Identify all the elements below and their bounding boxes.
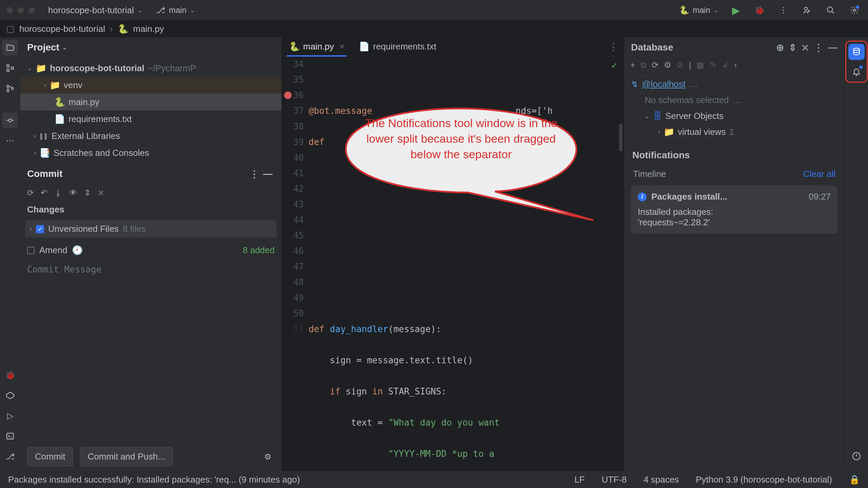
commit-settings-icon[interactable]: ⚙ bbox=[261, 450, 275, 464]
services-tool-button[interactable] bbox=[2, 388, 18, 403]
collapse-icon[interactable]: ⤫ bbox=[98, 188, 104, 198]
commit-options-icon[interactable]: ⋮ bbox=[248, 167, 261, 181]
database-title: Database bbox=[631, 42, 673, 53]
expand-icon[interactable]: ⇕ bbox=[84, 188, 91, 198]
add-icon[interactable]: + bbox=[630, 60, 635, 70]
expand-icon[interactable]: ⇕ bbox=[789, 42, 796, 53]
vcs-tool-button[interactable] bbox=[2, 81, 18, 96]
file-icon: 📄 bbox=[54, 114, 65, 124]
window-controls[interactable] bbox=[7, 7, 35, 13]
tree-main-py[interactable]: 🐍 main.py bbox=[20, 94, 281, 110]
scrollbar[interactable] bbox=[619, 124, 623, 151]
code-with-me-icon[interactable] bbox=[800, 3, 814, 17]
breadcrumb-file[interactable]: main.py bbox=[133, 24, 164, 34]
tabs-more-icon[interactable]: ⋮ bbox=[608, 41, 618, 53]
python-icon: 🐍 bbox=[54, 97, 65, 107]
jump-icon[interactable]: ↲ bbox=[722, 60, 729, 70]
indent[interactable]: 4 spaces bbox=[644, 474, 679, 485]
settings-icon[interactable]: ⚙ bbox=[664, 60, 671, 70]
interpreter[interactable]: Python 3.9 (horoscope-bot-tutorial) bbox=[696, 474, 832, 485]
project-selector[interactable]: horoscope-bot-tutorial ⌄ bbox=[48, 5, 142, 16]
commit-message-input[interactable]: Commit Message bbox=[20, 260, 281, 442]
problems-tool-button[interactable] bbox=[848, 448, 865, 464]
tab-requirements[interactable]: 📄 requirements.txt bbox=[357, 38, 438, 55]
inspection-ok-icon[interactable]: ✓ bbox=[611, 58, 617, 73]
diff-icon[interactable]: 👁 bbox=[69, 188, 77, 198]
db-host-row[interactable]: ↯ @localhost … bbox=[631, 76, 837, 92]
checkbox-checked-icon[interactable]: ✓ bbox=[36, 225, 44, 233]
svg-point-7 bbox=[7, 89, 9, 92]
db-host[interactable]: @localhost bbox=[642, 79, 686, 89]
encoding[interactable]: UTF-8 bbox=[601, 474, 627, 485]
tree-venv[interactable]: ›📁 venv bbox=[20, 77, 281, 94]
commit-button[interactable]: Commit bbox=[27, 447, 73, 466]
tree-requirements[interactable]: 📄 requirements.txt bbox=[20, 110, 281, 127]
tree-scratches[interactable]: ›📑 Scratches and Consoles bbox=[20, 144, 281, 161]
chevron-right-icon[interactable]: › bbox=[734, 60, 737, 70]
tree-external-libs[interactable]: ›⫿⫿ External Libraries bbox=[20, 127, 281, 144]
chevron-down-icon[interactable]: ⌄ bbox=[62, 44, 67, 51]
table-icon[interactable]: ▦ bbox=[696, 60, 704, 70]
debug-tool-button[interactable]: 🐞 bbox=[2, 367, 18, 383]
db-no-schemas[interactable]: No schemas selected … bbox=[631, 92, 837, 108]
lock-icon[interactable]: 🔒 bbox=[849, 474, 860, 485]
database-toolbar: + ⧉ ⟳ ⚙ ⊘ | ▦ ✎ ↲ › bbox=[624, 58, 844, 73]
more-menu[interactable]: ⋮ bbox=[776, 3, 790, 17]
shelf-icon[interactable]: ⭳ bbox=[54, 188, 62, 198]
database-tool-button[interactable] bbox=[848, 44, 865, 60]
clear-all-button[interactable]: Clear all bbox=[803, 169, 835, 179]
commit-push-button[interactable]: Commit and Push... bbox=[80, 447, 173, 466]
tab-label: requirements.txt bbox=[373, 41, 436, 52]
stop-icon[interactable]: ⊘ bbox=[677, 60, 684, 70]
breadcrumb-root[interactable]: horoscope-bot-tutorial bbox=[19, 24, 105, 34]
run-config-selector[interactable]: 🐍 main ⌄ bbox=[679, 5, 719, 15]
editor-tabs: 🐍 main.py × 📄 requirements.txt ⋮ bbox=[281, 37, 624, 56]
debug-button[interactable]: 🐞 bbox=[753, 3, 766, 17]
gutter[interactable]: 343536373839404142434445464748495051 bbox=[281, 56, 309, 471]
database-tree[interactable]: ↯ @localhost … No schemas selected … ⌄🗄 … bbox=[624, 73, 844, 143]
module-icon: ▢ bbox=[6, 24, 15, 34]
titlebar: horoscope-bot-tutorial ⌄ ⎇ main ⌄ 🐍 main… bbox=[0, 0, 868, 20]
unversioned-row[interactable]: › ✓ Unversioned Files 8 files bbox=[25, 220, 277, 238]
tab-main-py[interactable]: 🐍 main.py × bbox=[287, 38, 347, 55]
terminal-tool-button[interactable] bbox=[2, 428, 18, 444]
minimize-icon[interactable]: — bbox=[261, 167, 275, 181]
amend-checkbox[interactable] bbox=[27, 247, 35, 254]
run-button[interactable]: ▶ bbox=[729, 3, 743, 17]
refresh-icon[interactable]: ⟳ bbox=[652, 60, 658, 70]
search-icon[interactable] bbox=[824, 3, 837, 17]
db-server-objects[interactable]: ⌄🗄 Server Objects bbox=[631, 108, 837, 124]
run-tool-button[interactable]: ▷ bbox=[2, 408, 18, 424]
file-icon: 📄 bbox=[359, 41, 370, 52]
branch-name: main bbox=[169, 5, 186, 15]
more-icon[interactable]: ⋮ bbox=[814, 42, 823, 53]
breakpoint-icon[interactable] bbox=[284, 92, 292, 99]
more-tools-button[interactable]: ⋯ bbox=[2, 133, 18, 148]
notifications-tool-button[interactable] bbox=[848, 63, 865, 80]
status-message[interactable]: Packages installed successfully: Install… bbox=[8, 474, 300, 485]
project-tree[interactable]: ⌄📁 horoscope-bot-tutorial ~/PycharmP ›📁 … bbox=[20, 58, 281, 163]
rollback-icon[interactable]: ↶ bbox=[41, 188, 47, 198]
notifications-title: Notifications bbox=[624, 143, 844, 167]
edit-icon[interactable]: ✎ bbox=[710, 60, 716, 70]
structure-tool-button[interactable] bbox=[2, 60, 18, 76]
close-icon[interactable]: × bbox=[339, 41, 344, 52]
notification-card[interactable]: i Packages install... 09:27 Installed pa… bbox=[631, 185, 837, 234]
git-tool-button[interactable]: ⎇ bbox=[2, 449, 18, 464]
hide-icon[interactable]: ⤫ bbox=[801, 42, 809, 53]
added-count: 8 added bbox=[243, 245, 275, 256]
tree-root[interactable]: ⌄📁 horoscope-bot-tutorial ~/PycharmP bbox=[20, 60, 281, 77]
commit-toolbar: ⟳ ↶ ⭳ 👁 ⇕ ⤫ bbox=[20, 184, 281, 202]
project-tool-button[interactable] bbox=[2, 40, 18, 56]
commit-tool-button[interactable] bbox=[2, 113, 18, 128]
settings-icon[interactable] bbox=[848, 3, 861, 17]
history-icon[interactable]: 🕘 bbox=[72, 245, 83, 256]
db-virtual-views[interactable]: ›📁 virtual views 1 bbox=[631, 124, 837, 140]
refresh-icon[interactable]: ⟳ bbox=[27, 188, 34, 198]
target-icon[interactable]: ⊕ bbox=[776, 42, 784, 53]
branch-selector[interactable]: ⎇ main ⌄ bbox=[156, 5, 195, 15]
minimize-icon[interactable]: — bbox=[828, 42, 837, 53]
tab-label: main.py bbox=[303, 41, 334, 52]
duplicate-icon[interactable]: ⧉ bbox=[640, 60, 646, 70]
line-separator[interactable]: LF bbox=[574, 474, 585, 485]
